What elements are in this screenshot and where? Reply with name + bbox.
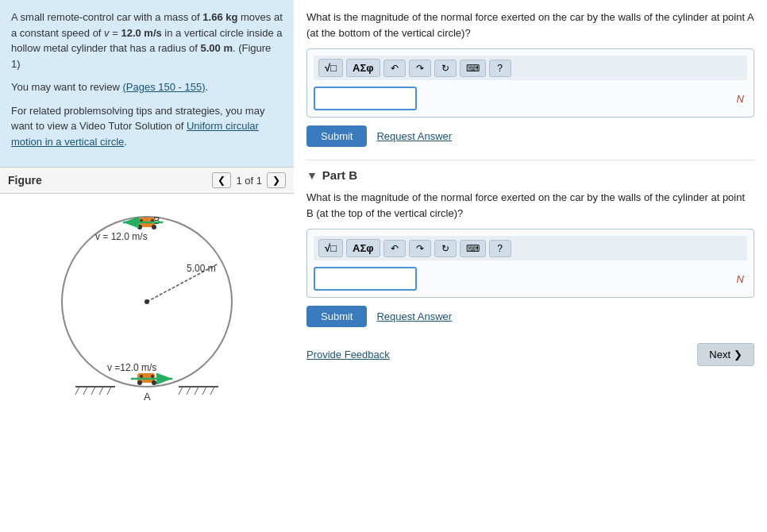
- part-divider: [306, 160, 754, 160]
- problem-text: A small remote-control car with a mass o…: [11, 10, 283, 71]
- partb-input[interactable]: [314, 267, 417, 291]
- svg-point-25: [137, 380, 142, 385]
- parta-toolbar: √□ ΑΣφ ↶ ↷ ↻ ⌨ ?: [314, 56, 747, 80]
- next-button[interactable]: Next ❯: [697, 343, 754, 366]
- tip-link[interactable]: Uniform circular motion in a vertical ci…: [11, 120, 259, 148]
- partb-arrow-icon: ▼: [306, 169, 318, 182]
- svg-text:5.00 m: 5.00 m: [187, 263, 216, 274]
- partb-answer-box: √□ ΑΣφ ↶ ↷ ↻ ⌨ ? N: [306, 229, 754, 298]
- review-link[interactable]: (Pages 150 - 155): [122, 81, 205, 93]
- reset-button-b[interactable]: ↻: [434, 240, 457, 257]
- partb-request-link[interactable]: Request Answer: [376, 310, 452, 322]
- svg-line-9: [195, 387, 198, 395]
- parta-answer-box: √□ ΑΣφ ↶ ↷ ↻ ⌨ ? N: [306, 48, 754, 118]
- symbol-button-b[interactable]: ΑΣφ: [346, 239, 380, 257]
- figure-page-label: 1 of 1: [236, 175, 262, 187]
- parta-question: What is the magnitude of the normal forc…: [306, 10, 754, 40]
- partb-unit: N: [737, 273, 747, 285]
- svg-line-7: [179, 387, 183, 395]
- figure-section: Figure ❮ 1 of 1 ❯: [0, 167, 294, 408]
- right-panel: What is the magnitude of the normal forc…: [294, 0, 767, 532]
- figure-prev-button[interactable]: ❮: [212, 172, 231, 188]
- tip-text: For related problemsolving tips and stra…: [11, 103, 283, 150]
- svg-line-10: [202, 387, 206, 395]
- bottom-row: Provide Feedback Next ❯: [306, 343, 754, 366]
- help-button-b[interactable]: ?: [489, 240, 511, 257]
- figure-canvas: B v = 12.0 m/s: [0, 194, 294, 408]
- keyboard-button-a[interactable]: ⌨: [460, 60, 486, 77]
- redo-button-a[interactable]: ↷: [409, 60, 431, 77]
- sqrt-button-b[interactable]: √□: [318, 239, 343, 257]
- svg-point-15: [152, 225, 156, 229]
- svg-line-8: [187, 387, 191, 395]
- next-arrow-icon: ❯: [734, 349, 742, 360]
- problem-panel: A small remote-control car with a mass o…: [0, 0, 294, 167]
- figure-header: Figure ❮ 1 of 1 ❯: [0, 168, 294, 194]
- svg-point-23: [145, 299, 149, 304]
- parta-unit: N: [737, 93, 747, 105]
- parta-submit-button[interactable]: Submit: [306, 125, 367, 147]
- partb-submit-button[interactable]: Submit: [306, 306, 367, 327]
- partb-toolbar: √□ ΑΣφ ↶ ↷ ↻ ⌨ ?: [314, 236, 747, 260]
- svg-text:v =12.0 m/s: v =12.0 m/s: [107, 362, 156, 373]
- svg-text:v = 12.0 m/s: v = 12.0 m/s: [95, 231, 148, 242]
- symbol-button-a[interactable]: ΑΣφ: [346, 59, 380, 77]
- sqrt-button-a[interactable]: √□: [318, 59, 343, 77]
- partb-action-row: Submit Request Answer: [306, 306, 754, 327]
- svg-line-2: [75, 387, 79, 395]
- svg-point-27: [140, 375, 143, 378]
- keyboard-button-b[interactable]: ⌨: [460, 240, 486, 257]
- figure-title: Figure: [8, 174, 212, 187]
- partb-question: What is the magnitude of the normal forc…: [306, 190, 754, 221]
- svg-point-26: [152, 380, 156, 385]
- undo-button-a[interactable]: ↶: [384, 60, 406, 77]
- point-a-label: A: [144, 391, 151, 403]
- reset-button-a[interactable]: ↻: [434, 60, 457, 77]
- svg-line-6: [107, 387, 111, 395]
- figure-svg: B v = 12.0 m/s: [36, 200, 258, 403]
- help-button-a[interactable]: ?: [489, 60, 511, 77]
- next-label: Next: [709, 349, 730, 360]
- partb-label: Part B: [322, 168, 357, 182]
- parta-action-row: Submit Request Answer: [306, 125, 754, 147]
- review-text: You may want to review (Pages 150 - 155)…: [11, 79, 283, 95]
- svg-line-11: [210, 387, 214, 395]
- figure-nav: ❮ 1 of 1 ❯: [212, 172, 286, 188]
- undo-button-b[interactable]: ↶: [384, 240, 406, 257]
- provide-feedback-link[interactable]: Provide Feedback: [306, 349, 390, 360]
- svg-point-14: [137, 225, 142, 229]
- svg-line-3: [83, 387, 87, 395]
- partb-input-row: N: [314, 267, 747, 291]
- parta-input[interactable]: [314, 87, 417, 110]
- partb-header: ▼ Part B: [306, 168, 754, 182]
- redo-button-b[interactable]: ↷: [409, 240, 431, 257]
- svg-line-5: [99, 387, 103, 395]
- parta-request-link[interactable]: Request Answer: [376, 130, 452, 142]
- svg-line-4: [91, 387, 95, 395]
- parta-input-row: N: [314, 87, 747, 110]
- svg-point-28: [151, 375, 154, 378]
- figure-next-button[interactable]: ❯: [267, 172, 286, 188]
